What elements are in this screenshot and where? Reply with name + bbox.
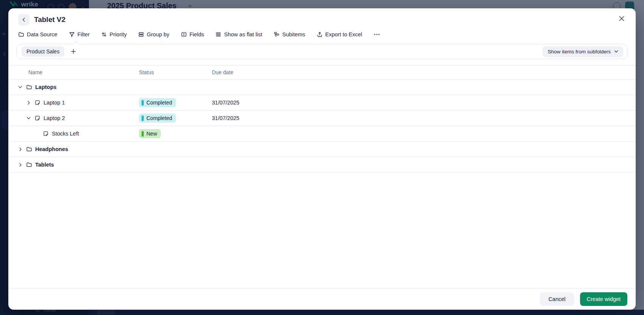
plus-icon bbox=[70, 48, 76, 55]
source-chip[interactable]: Product Sales bbox=[22, 46, 64, 57]
status-badge: New bbox=[139, 129, 161, 138]
modal-title: Tablet V2 bbox=[34, 16, 65, 24]
row-name: Stocks Left bbox=[52, 131, 79, 137]
task-icon bbox=[34, 100, 41, 106]
show-items-from-subfolders-dropdown[interactable]: Show items from subfolders bbox=[543, 46, 623, 57]
folder-icon bbox=[26, 162, 33, 168]
priority-button[interactable]: Priority bbox=[101, 31, 127, 37]
row-name: Headphones bbox=[35, 146, 68, 152]
chevron-down-icon[interactable] bbox=[17, 86, 23, 89]
column-header-due-date: Due date bbox=[212, 69, 636, 75]
row-name: Tablets bbox=[35, 162, 54, 168]
table-row-tablets[interactable]: Tablets bbox=[8, 157, 636, 173]
folder-icon bbox=[26, 146, 33, 152]
subitems-button[interactable]: Subitems bbox=[274, 31, 305, 37]
chevron-right-icon[interactable] bbox=[17, 163, 23, 167]
funnel-icon bbox=[69, 31, 75, 37]
data-source-button[interactable]: Data Source bbox=[18, 31, 58, 37]
more-options-button[interactable] bbox=[373, 31, 380, 37]
status-badge: Completed bbox=[139, 114, 176, 123]
due-date: 31/07/2025 bbox=[212, 115, 636, 121]
fields-icon bbox=[181, 31, 187, 37]
sort-arrows-icon bbox=[101, 31, 107, 37]
table-row-laptops[interactable]: Laptops bbox=[8, 80, 636, 95]
modal-toolbar: Data Source Filter Priority bbox=[8, 28, 636, 41]
filter-button[interactable]: Filter bbox=[69, 31, 90, 37]
table-row-headphones[interactable]: Headphones bbox=[8, 142, 636, 157]
source-filter-bar: Product Sales Show items from subfolders bbox=[17, 44, 627, 59]
due-date: 31/07/2025 bbox=[212, 100, 636, 106]
row-name: Laptops bbox=[35, 84, 56, 90]
table-row-stocks-left[interactable]: Stocks Left New bbox=[8, 126, 636, 142]
task-icon bbox=[42, 131, 49, 137]
status-badge: Completed bbox=[139, 98, 176, 107]
folder-icon bbox=[18, 31, 24, 37]
subitems-tree-icon bbox=[274, 31, 280, 37]
cancel-button[interactable]: Cancel bbox=[540, 292, 574, 306]
create-widget-button[interactable]: Create widget bbox=[580, 292, 627, 306]
items-table: Name Status Due date Laptops bbox=[8, 65, 636, 173]
chevron-right-icon[interactable] bbox=[17, 147, 23, 151]
chevron-left-icon bbox=[22, 17, 26, 22]
add-source-button[interactable] bbox=[70, 48, 76, 55]
column-header-name: Name bbox=[8, 69, 139, 75]
table-row-laptop-2[interactable]: Laptop 2 Completed 31/07/2025 bbox=[8, 111, 636, 126]
screen: 2025 Product Sales ➣ wrike ⌄ + ❮ bbox=[0, 0, 644, 315]
show-flat-list-button[interactable]: Show as flat list bbox=[215, 31, 262, 37]
chevron-down-icon bbox=[614, 50, 618, 53]
table-row-laptop-1[interactable]: Laptop 1 Completed 31/07/2025 bbox=[8, 95, 636, 111]
fields-button[interactable]: Fields bbox=[181, 31, 204, 37]
close-icon bbox=[619, 16, 625, 22]
row-name: Laptop 2 bbox=[44, 115, 65, 121]
export-to-excel-button[interactable]: Export to Excel bbox=[317, 31, 362, 37]
ellipsis-icon bbox=[373, 31, 380, 37]
row-name: Laptop 1 bbox=[44, 100, 65, 106]
widget-modal: Tablet V2 Data Source Filter bbox=[8, 8, 636, 310]
chevron-right-icon[interactable] bbox=[26, 101, 31, 105]
modal-header: Tablet V2 bbox=[8, 8, 636, 28]
back-button[interactable] bbox=[18, 14, 30, 25]
group-by-button[interactable]: Group by bbox=[138, 31, 170, 37]
column-header-status: Status bbox=[139, 69, 212, 75]
export-icon bbox=[317, 31, 323, 37]
modal-footer: Cancel Create widget bbox=[8, 288, 636, 310]
task-icon bbox=[34, 115, 41, 121]
group-rows-icon bbox=[138, 31, 144, 37]
table-header-row: Name Status Due date bbox=[8, 65, 636, 80]
chevron-down-icon[interactable] bbox=[26, 117, 31, 120]
close-button[interactable] bbox=[616, 13, 627, 24]
folder-icon bbox=[26, 84, 33, 90]
flat-list-icon bbox=[215, 31, 221, 37]
